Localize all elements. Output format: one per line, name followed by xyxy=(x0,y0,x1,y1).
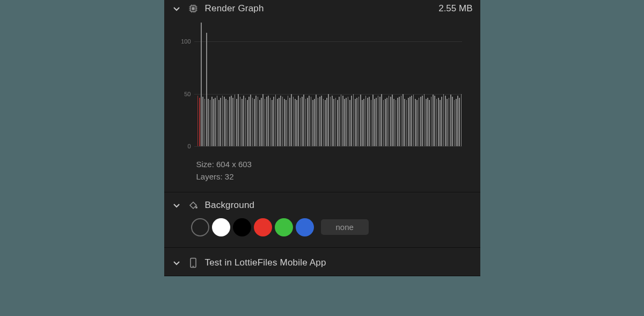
y-tick-label: 0 xyxy=(175,143,191,149)
test-mobile-title: Test in LottieFiles Mobile App xyxy=(205,257,473,268)
chart-bar xyxy=(224,97,225,146)
render-graph-header: Render Graph 2.55 MB xyxy=(164,0,480,17)
chart-bar xyxy=(243,96,244,146)
chart-bar xyxy=(303,95,304,146)
render-graph-section: Render Graph 2.55 MB 050100 Size: 604 x … xyxy=(164,0,480,192)
chart-bar xyxy=(401,96,402,146)
chart-bar xyxy=(314,99,315,146)
background-section: Background none xyxy=(164,192,480,248)
chart-bar xyxy=(342,96,343,146)
chart-bar xyxy=(247,100,248,146)
chart-bar xyxy=(328,94,329,147)
chart-bar xyxy=(208,99,209,146)
chart-bar xyxy=(374,99,375,146)
chart-bar xyxy=(240,97,241,146)
chart-bar xyxy=(457,96,458,146)
chart-bar xyxy=(254,99,255,146)
chart-bar xyxy=(390,97,391,146)
chart-bar xyxy=(436,99,437,146)
chart-bar xyxy=(210,100,211,146)
chart-bar xyxy=(229,97,230,146)
chart-bar xyxy=(399,97,400,146)
chart-bar xyxy=(424,94,425,147)
chart-bar xyxy=(273,97,274,146)
chart-bar xyxy=(284,99,285,146)
chart-bar xyxy=(270,98,271,146)
swatch-blue[interactable] xyxy=(296,218,314,236)
chart-bar xyxy=(431,97,432,146)
chart-bar xyxy=(393,99,394,146)
chart-bar xyxy=(416,100,418,146)
render-graph-info: Size: 604 x 603 Layers: 32 xyxy=(164,150,480,192)
swatch-white[interactable] xyxy=(212,218,230,236)
chart-bar xyxy=(449,98,450,146)
chart-bar xyxy=(319,97,320,146)
chart-bar xyxy=(362,100,363,146)
swatch-red[interactable] xyxy=(254,218,272,236)
chart-bar xyxy=(235,95,236,146)
chevron-down-icon[interactable] xyxy=(172,4,181,13)
chart-bar xyxy=(323,99,324,146)
chart-bar xyxy=(312,100,313,146)
chart-bar xyxy=(335,98,336,146)
chevron-down-icon[interactable] xyxy=(172,258,181,268)
swatch-transparent[interactable] xyxy=(191,218,209,236)
chart-bar xyxy=(204,99,206,146)
chart-bar xyxy=(355,99,356,146)
chart-bar xyxy=(250,95,251,146)
chevron-down-icon[interactable] xyxy=(172,200,181,210)
chart-bar xyxy=(413,95,414,146)
chart-bar xyxy=(379,97,380,146)
chart-bar xyxy=(228,100,229,146)
render-graph-chart: 050100 xyxy=(164,17,480,150)
test-mobile-header: Test in LottieFiles Mobile App xyxy=(164,248,480,276)
svg-point-14 xyxy=(195,206,197,209)
chart-bar xyxy=(429,100,430,146)
swatch-green[interactable] xyxy=(275,218,293,236)
chart-bar xyxy=(318,98,319,146)
chart-bar xyxy=(438,98,439,146)
chart-bar xyxy=(277,99,278,146)
chart-bar xyxy=(445,96,446,146)
chart-bar xyxy=(378,96,379,146)
swatch-black[interactable] xyxy=(233,218,251,236)
chart-bar xyxy=(461,94,462,147)
chart-bar xyxy=(258,97,259,146)
chart-bar xyxy=(396,100,397,146)
chart-bar xyxy=(376,98,377,146)
chart-bar xyxy=(433,95,434,146)
chart-bar xyxy=(282,97,283,146)
chart-bar xyxy=(454,100,455,146)
mobile-icon xyxy=(188,257,199,268)
chart-bar xyxy=(337,100,338,146)
chart-bar xyxy=(397,98,398,146)
chart-bar xyxy=(344,99,345,146)
chart-bar xyxy=(408,98,409,146)
chart-bar xyxy=(339,97,340,146)
chart-bar xyxy=(356,98,357,146)
chart-bar xyxy=(217,96,218,146)
chart-bar xyxy=(279,98,280,146)
chart-bar xyxy=(419,98,420,146)
chart-bar xyxy=(456,99,457,146)
chart-bar xyxy=(447,99,448,146)
none-button[interactable]: none xyxy=(321,219,369,235)
chart-bar xyxy=(305,99,306,146)
chart-bar xyxy=(291,94,292,147)
svg-rect-1 xyxy=(192,8,194,10)
chart-bar xyxy=(441,97,442,146)
chart-bar xyxy=(255,96,257,146)
chart-bar xyxy=(248,97,250,146)
chart-bar xyxy=(406,100,407,146)
chart-bar xyxy=(280,96,281,146)
paint-bucket-icon xyxy=(188,200,199,211)
chart-bar xyxy=(386,98,387,146)
chart-bar xyxy=(316,95,317,146)
chart-bar xyxy=(302,97,303,146)
chart-bar xyxy=(404,99,405,146)
chart-bar xyxy=(268,96,269,146)
chart-bar xyxy=(307,98,308,146)
chart-bar xyxy=(261,98,262,146)
size-label: Size: 604 x 603 xyxy=(196,158,480,170)
chart-bar xyxy=(215,98,216,146)
